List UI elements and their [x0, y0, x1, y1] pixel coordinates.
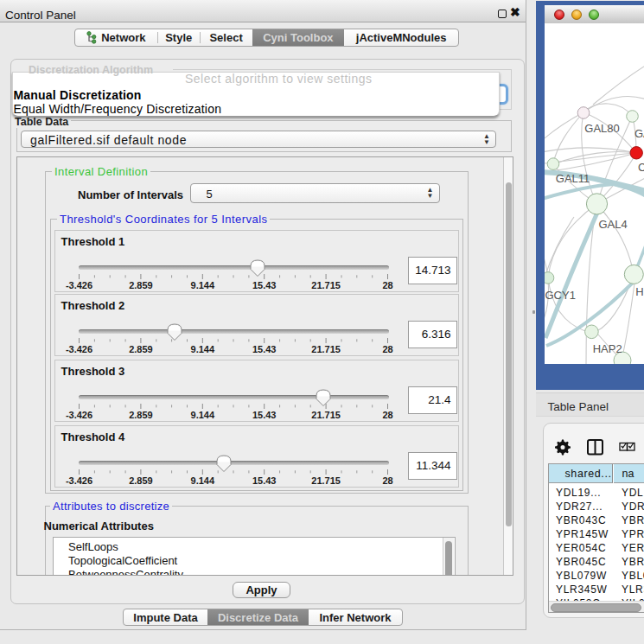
svg-text:H: H [635, 285, 643, 298]
svg-text:C: C [638, 161, 644, 174]
svg-text:GCY1: GCY1 [545, 289, 576, 302]
svg-text:GA: GA [634, 127, 644, 140]
svg-text:GAL4: GAL4 [598, 218, 627, 231]
svg-text:GAL80: GAL80 [584, 122, 619, 135]
svg-text:HAP2: HAP2 [593, 342, 622, 355]
svg-text:GAL11: GAL11 [556, 172, 590, 185]
